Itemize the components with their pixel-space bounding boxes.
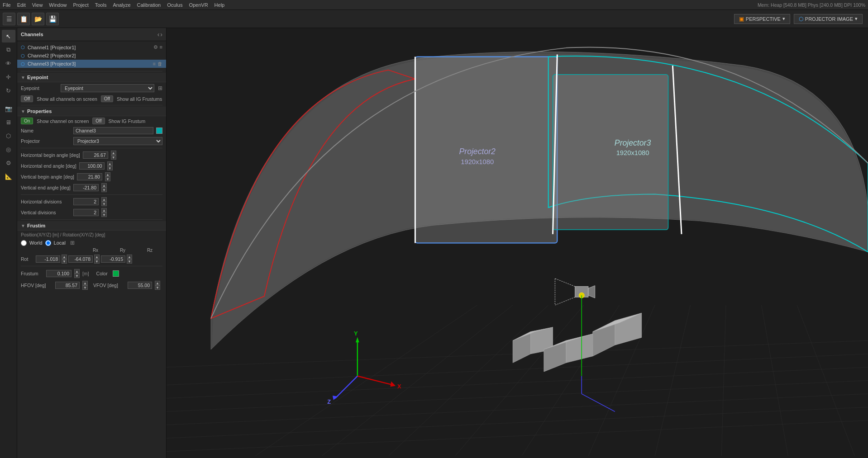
nav-prev[interactable]: ‹ bbox=[157, 31, 160, 38]
vfov-down[interactable]: ▼ bbox=[155, 285, 160, 290]
frustum-val-up[interactable]: ▲ bbox=[74, 269, 80, 274]
open-button[interactable]: 📂 bbox=[32, 13, 44, 25]
v-end-input[interactable] bbox=[73, 184, 99, 191]
rot-ry-up[interactable]: ▲ bbox=[94, 255, 100, 259]
vfov-input[interactable] bbox=[128, 282, 152, 289]
eyepoint-section-header[interactable]: ▼ Eyepoint bbox=[17, 73, 166, 82]
v-div-up[interactable]: ▲ bbox=[101, 208, 107, 212]
sidebar-measure[interactable]: 📐 bbox=[2, 170, 15, 183]
h-end-up[interactable]: ▲ bbox=[107, 161, 113, 166]
eyepoint-select[interactable]: Eyepoint bbox=[61, 84, 154, 92]
local-radio[interactable] bbox=[45, 240, 51, 246]
v-end-up[interactable]: ▲ bbox=[101, 183, 107, 188]
sidebar-calibrate[interactable]: ◎ bbox=[2, 143, 15, 156]
menu-edit[interactable]: Edit bbox=[17, 2, 26, 8]
name-label: Name bbox=[21, 128, 71, 133]
eyepoint-link-icon[interactable]: ⊞ bbox=[158, 85, 162, 91]
h-begin-label: Horizontal begin angle [deg] bbox=[21, 152, 80, 158]
channel-item-2[interactable]: ⬡ Channel2 [Projector2] bbox=[17, 52, 166, 60]
sidebar-move[interactable]: ✛ bbox=[2, 71, 15, 83]
channel3-delete-icon[interactable]: 🗑 bbox=[157, 61, 162, 66]
sidebar-connect[interactable]: ⬡ bbox=[2, 129, 15, 142]
name-input[interactable] bbox=[73, 127, 153, 134]
rot-rz-down[interactable]: ▼ bbox=[127, 259, 132, 264]
menu-file[interactable]: File bbox=[3, 2, 11, 8]
h-end-input[interactable] bbox=[79, 162, 105, 170]
v-begin-down[interactable]: ▼ bbox=[105, 177, 110, 181]
frustum-val-down[interactable]: ▼ bbox=[74, 274, 80, 278]
channel-on-toggle[interactable]: On bbox=[21, 118, 33, 124]
camera-icon: ▣ bbox=[739, 16, 744, 22]
frustum-val-row: Frustum ▲ ▼ [m] Color bbox=[17, 268, 166, 279]
h-div-up[interactable]: ▲ bbox=[101, 197, 107, 202]
mem-info: Mem: Heap [540.8 MB] Phys [240.0 MB] DPI… bbox=[758, 2, 865, 8]
new-button[interactable]: 📋 bbox=[17, 13, 30, 25]
sidebar-camera[interactable]: 📷 bbox=[2, 102, 15, 115]
h-end-down[interactable]: ▼ bbox=[107, 166, 113, 170]
v-div-input[interactable] bbox=[73, 209, 99, 216]
show-ig-frustum-toggle[interactable]: Off bbox=[92, 118, 105, 124]
projector-view-button[interactable]: ⬡ PROJECTOR IMAGE ▾ bbox=[794, 14, 863, 24]
projector-select[interactable]: Projector3 bbox=[73, 137, 162, 145]
menu-oculus[interactable]: Oculus bbox=[167, 2, 182, 8]
sidebar-eye[interactable]: 👁 bbox=[2, 57, 15, 70]
hfov-down[interactable]: ▼ bbox=[82, 285, 88, 290]
viewport-3d-scene[interactable]: Projector2 1920x1080 Projector3 1920x108… bbox=[167, 28, 868, 458]
frustum-color-swatch[interactable] bbox=[113, 270, 119, 277]
menu-calibration[interactable]: Calibration bbox=[137, 2, 161, 8]
menu-icon-button[interactable]: ☰ bbox=[3, 13, 15, 25]
viewport[interactable]: FPS: 9.6 View mode: PERSPECTIVE Pan: Rig… bbox=[167, 28, 868, 458]
v-begin-input[interactable] bbox=[77, 173, 102, 180]
vfov-up[interactable]: ▲ bbox=[155, 281, 160, 285]
nav-next[interactable]: › bbox=[160, 31, 162, 38]
v-div-down[interactable]: ▼ bbox=[101, 212, 107, 217]
projector-label: PROJECTOR IMAGE bbox=[805, 16, 853, 22]
rot-ry-input[interactable] bbox=[68, 255, 93, 263]
sidebar-layers[interactable]: ⧉ bbox=[2, 43, 15, 56]
properties-section-header[interactable]: ▼ Properties bbox=[17, 107, 166, 116]
v-end-down[interactable]: ▼ bbox=[101, 188, 107, 192]
sidebar-rotate[interactable]: ↻ bbox=[2, 84, 15, 97]
eyepoint-arrow-icon: ▼ bbox=[21, 75, 25, 80]
frustum-val-input[interactable] bbox=[46, 270, 72, 277]
channel-item-3[interactable]: ⬡ Channel3 [Projector3] ≡ 🗑 bbox=[17, 60, 166, 68]
rot-ry-spinner: ▲ ▼ bbox=[94, 255, 100, 264]
show-ig-toggle[interactable]: Off bbox=[101, 95, 113, 102]
hfov-input[interactable] bbox=[55, 282, 80, 289]
menu-analyze[interactable]: Analyze bbox=[113, 2, 130, 8]
menu-project[interactable]: Project bbox=[73, 2, 88, 8]
save-button[interactable]: 💾 bbox=[46, 13, 59, 25]
menu-help[interactable]: Help bbox=[215, 2, 225, 8]
v-begin-up[interactable]: ▲ bbox=[105, 172, 110, 177]
name-color-swatch[interactable] bbox=[156, 127, 162, 134]
h-begin-up[interactable]: ▲ bbox=[111, 151, 116, 155]
h-div-input[interactable] bbox=[73, 198, 99, 205]
hfov-up[interactable]: ▲ bbox=[82, 281, 88, 285]
channel3-list-icon[interactable]: ≡ bbox=[153, 61, 156, 66]
world-radio[interactable] bbox=[21, 240, 27, 246]
menu-view[interactable]: View bbox=[32, 2, 43, 8]
properties-section-label: Properties bbox=[27, 109, 52, 114]
sidebar-display[interactable]: 🖥 bbox=[2, 116, 15, 128]
perspective-view-button[interactable]: ▣ PERSPECTIVE ▾ bbox=[734, 14, 790, 24]
rot-rx-input[interactable] bbox=[36, 255, 60, 263]
rot-rx-up[interactable]: ▲ bbox=[62, 255, 67, 259]
menu-window[interactable]: Window bbox=[49, 2, 67, 8]
rot-ry-down[interactable]: ▼ bbox=[94, 259, 100, 264]
rot-rz-input[interactable] bbox=[101, 255, 125, 263]
menu-tools[interactable]: Tools bbox=[95, 2, 107, 8]
menu-openvr[interactable]: OpenVR bbox=[189, 2, 208, 8]
h-div-down[interactable]: ▼ bbox=[101, 202, 107, 206]
sidebar-select-tool[interactable]: ↖ bbox=[2, 30, 15, 42]
channel-item-1[interactable]: ⬡ Channel1 [Projector1] ⚙ ≡ bbox=[17, 43, 166, 52]
show-channels-toggle[interactable]: Off bbox=[21, 95, 33, 102]
h-begin-down[interactable]: ▼ bbox=[111, 155, 116, 160]
frustum-section-header[interactable]: ▼ Frustim bbox=[17, 221, 166, 231]
rot-rz-up[interactable]: ▲ bbox=[127, 255, 132, 259]
h-begin-input[interactable] bbox=[83, 151, 108, 159]
channel1-list-icon[interactable]: ≡ bbox=[160, 44, 162, 50]
show-channel-row: On Show channel on screen Off Show IG Fr… bbox=[17, 116, 166, 126]
channel1-settings-icon[interactable]: ⚙ bbox=[153, 44, 158, 50]
sidebar-settings[interactable]: ⚙ bbox=[2, 156, 15, 169]
rot-rx-down[interactable]: ▼ bbox=[62, 259, 67, 264]
